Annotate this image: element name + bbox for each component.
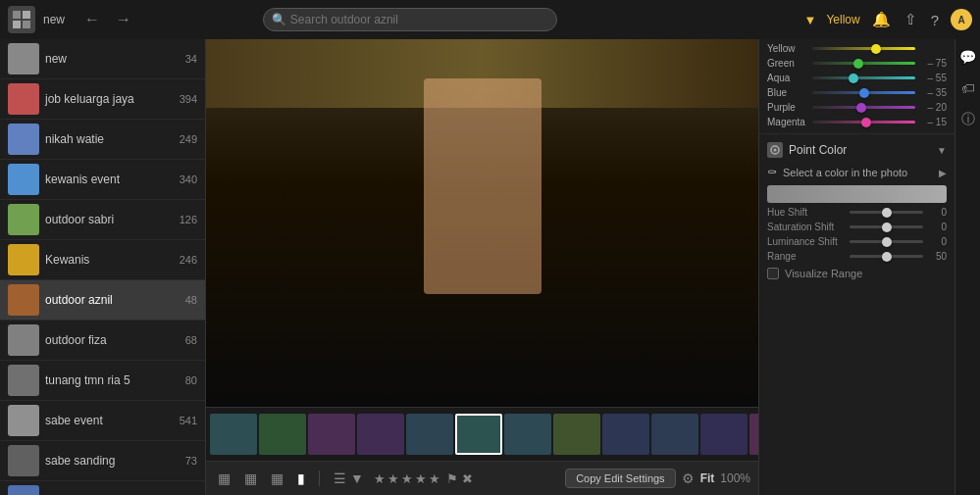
sidebar-item[interactable]: outdoor aznil 48 <box>0 280 205 321</box>
info-icon[interactable]: ⓘ <box>958 110 978 129</box>
reject-button[interactable]: ✖ <box>462 471 473 486</box>
slider-thumb[interactable] <box>859 88 869 98</box>
sidebar-item[interactable]: outdoor fiza 68 <box>0 321 205 361</box>
sidebar-thumb <box>8 244 39 275</box>
help-icon[interactable]: ? <box>929 10 941 30</box>
point-color-section: Point Color ▼ ⚰ Select a color in the ph… <box>759 134 954 495</box>
sort-button[interactable]: ☰ ▼ <box>330 469 368 488</box>
slider-value: – 55 <box>919 73 947 83</box>
view-grid-large[interactable]: ▦ <box>267 469 287 488</box>
sidebar-item-count: 48 <box>168 294 197 306</box>
sidebar-thumb <box>8 485 39 495</box>
filmstrip-item[interactable] <box>308 414 355 455</box>
filter-icon[interactable]: ▼ <box>804 13 817 27</box>
bell-icon[interactable]: 🔔 <box>870 9 893 30</box>
range-track-wrap[interactable] <box>850 252 923 262</box>
star-1[interactable]: ★ <box>374 471 386 486</box>
copy-edit-button[interactable]: Copy Edit Settings <box>565 469 676 488</box>
sidebar: new 34 job keluarga jaya 394 nikah watie… <box>0 39 206 495</box>
filmstrip[interactable] <box>206 407 758 461</box>
star-4[interactable]: ★ <box>415 471 427 486</box>
select-color-row[interactable]: ⚰ Select a color in the photo ▶ <box>759 162 954 183</box>
settings-gear-icon[interactable]: ⚙ <box>682 470 695 486</box>
sidebar-item[interactable]: kewanis event 340 <box>0 160 205 200</box>
hue-shift-track-wrap[interactable] <box>850 208 923 218</box>
slider-track-wrap[interactable] <box>812 74 915 83</box>
sidebar-item-name: outdoor fiza <box>39 333 168 347</box>
filmstrip-item[interactable] <box>651 414 698 455</box>
sidebar-item[interactable]: sabe event 541 <box>0 401 205 441</box>
luminance-shift-thumb[interactable] <box>882 237 892 247</box>
star-2[interactable]: ★ <box>387 471 399 486</box>
slider-track-wrap[interactable] <box>812 88 915 98</box>
filmstrip-item[interactable] <box>700 414 748 455</box>
sidebar-item[interactable]: nikah watie 249 <box>0 120 205 160</box>
sidebar-item[interactable]: Kewanis 246 <box>0 240 205 280</box>
saturation-shift-thumb[interactable] <box>882 223 892 232</box>
hue-shift-thumb[interactable] <box>882 208 892 218</box>
slider-track-wrap[interactable] <box>812 44 915 54</box>
slider-label: Green <box>767 58 808 69</box>
visualize-label: Visualize Range <box>785 268 862 279</box>
filmstrip-item[interactable] <box>406 414 453 455</box>
saturation-shift-track-wrap[interactable] <box>850 223 923 232</box>
view-single[interactable]: ▮ <box>293 469 309 488</box>
back-button[interactable]: ← <box>80 9 104 30</box>
slider-thumb[interactable] <box>861 118 871 127</box>
filmstrip-item[interactable] <box>357 414 404 455</box>
filmstrip-item[interactable] <box>504 414 551 455</box>
slider-value: – 35 <box>919 87 947 98</box>
slider-label: Magenta <box>767 117 808 127</box>
fit-button[interactable]: Fit <box>700 471 715 485</box>
flag-buttons: ⚑ ✖ <box>446 471 473 486</box>
visualize-checkbox[interactable] <box>767 268 779 279</box>
range-track <box>850 255 923 258</box>
forward-button[interactable]: → <box>112 9 135 30</box>
app-title: new <box>43 13 73 26</box>
slider-thumb[interactable] <box>849 74 858 83</box>
flag-button[interactable]: ⚑ <box>446 471 458 486</box>
slider-thumb[interactable] <box>856 103 866 113</box>
sidebar-thumb <box>8 324 39 356</box>
sidebar-item[interactable]: sabe sanding 73 <box>0 441 205 481</box>
slider-track-wrap[interactable] <box>812 59 915 69</box>
filmstrip-item[interactable] <box>455 414 502 455</box>
search-input[interactable] <box>290 13 548 26</box>
sidebar-item-count: 340 <box>168 173 197 185</box>
svg-rect-1 <box>23 11 30 19</box>
view-grid-small[interactable]: ▦ <box>214 469 234 488</box>
share-icon[interactable]: ⇧ <box>903 9 919 30</box>
slider-track <box>812 62 915 65</box>
svg-rect-0 <box>13 11 21 19</box>
filmstrip-item[interactable] <box>749 414 758 455</box>
slider-track-wrap[interactable] <box>812 103 915 113</box>
slider-label: Purple <box>767 102 808 113</box>
hue-shift-row: Hue Shift 0 <box>759 205 954 220</box>
sidebar-item[interactable]: outdoor sabri 126 <box>0 200 205 240</box>
sidebar-thumb <box>8 445 39 476</box>
luminance-shift-track-wrap[interactable] <box>850 237 923 247</box>
sidebar-item-name: new <box>39 52 168 66</box>
user-avatar[interactable]: A <box>951 9 972 30</box>
star-5[interactable]: ★ <box>429 471 440 486</box>
svg-point-5 <box>774 149 777 152</box>
sidebar-item[interactable]: tunang tmn ria 5 80 <box>0 361 205 401</box>
sidebar-item[interactable]: job keluarga jaya 394 <box>0 79 205 120</box>
filmstrip-item[interactable] <box>259 414 306 455</box>
filmstrip-item[interactable] <box>210 414 257 455</box>
color-sliders-section: Yellow Green – 75 Aqua – 55 <box>759 39 954 134</box>
point-color-header[interactable]: Point Color ▼ <box>759 138 954 162</box>
slider-thumb[interactable] <box>871 44 881 54</box>
filmstrip-item[interactable] <box>602 414 649 455</box>
tag-icon[interactable]: 🏷 <box>958 78 978 98</box>
slider-track-wrap[interactable] <box>812 118 915 127</box>
speech-bubble-icon[interactable]: 💬 <box>958 47 978 67</box>
filter-label: Yellow <box>826 13 859 26</box>
sidebar-item[interactable]: new 34 <box>0 39 205 79</box>
view-grid-medium[interactable]: ▦ <box>240 469 261 488</box>
range-thumb[interactable] <box>882 252 892 262</box>
sidebar-item[interactable]: job bt22 343 <box>0 481 205 495</box>
slider-thumb[interactable] <box>853 59 863 69</box>
star-3[interactable]: ★ <box>401 471 413 486</box>
filmstrip-item[interactable] <box>553 414 600 455</box>
